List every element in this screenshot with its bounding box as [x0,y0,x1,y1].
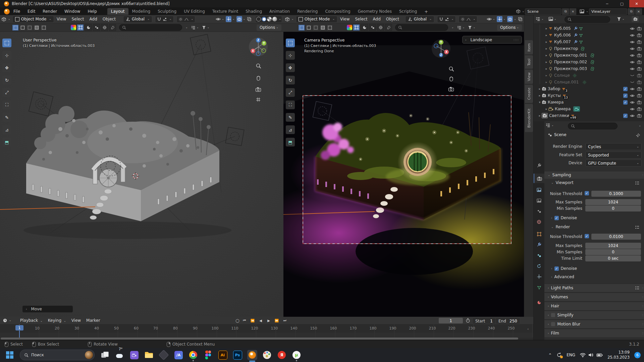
hide-eye-icon[interactable] [630,54,635,57]
menu-marker[interactable]: Marker [84,318,103,323]
collection-checkbox[interactable]: ✓ [623,100,628,105]
render-visibility-icon[interactable] [637,26,642,31]
select-mode-intersect[interactable] [40,24,47,31]
tool-transform[interactable]: ⛶ [286,101,295,109]
menu-select[interactable]: Select [352,17,370,21]
hide-eye-icon[interactable] [630,67,635,71]
menu-view-tl[interactable]: View [69,318,84,323]
tab-animation[interactable]: Animation [266,8,293,15]
hide-eye-icon[interactable] [630,74,635,77]
viewlayer-name-field[interactable]: ViewLayer [589,8,627,15]
tool-add-cube[interactable]: ⬒ [2,138,11,146]
asset-filter-dropdown[interactable]: ⌄ [468,25,475,29]
tool-options-button[interactable]: Options⌄ [257,24,281,31]
scene-name-field[interactable]: Scene [525,8,561,15]
app-photoshop[interactable]: Ps [232,350,243,360]
pin-icon[interactable] [636,133,640,138]
tab-scripting[interactable]: Scripting [395,8,421,15]
viewport-subpanel-header[interactable]: ⌄Viewport [551,180,574,185]
app-milanote[interactable]: /A [173,350,183,360]
proportional-edit-icon[interactable] [461,17,465,21]
simplify-panel[interactable]: ›Simplify:::: [544,311,644,319]
denoise-viewport-row[interactable]: ›✓Denoise [551,216,577,220]
region-collapse-arrow[interactable]: ‹ [527,327,529,331]
start-button[interactable] [5,350,15,360]
max-samples-value[interactable]: 1024 [585,243,641,249]
tool-add-cube[interactable]: ⬒ [286,138,295,146]
shading-dropdown[interactable]: ⌄ [279,18,281,20]
menu-add[interactable]: Add [87,17,100,21]
asset-type-scene-button[interactable] [93,24,100,31]
outliner-row-projector[interactable]: ▸Прожектор [534,45,644,52]
tool-options-button[interactable]: Options⌄ [497,24,522,31]
outliner-row-camera-collection[interactable]: ▾Камера✓ [534,99,644,106]
tab-particles-props[interactable] [534,251,544,260]
render-visibility-icon[interactable] [637,73,642,77]
outliner-search-input[interactable] [565,16,610,23]
tool-cursor[interactable]: ⊹ [2,51,11,60]
app-illustrator[interactable]: Ai [218,350,228,360]
noise-threshold-value[interactable]: 0.0100 [591,234,641,240]
denoise-checkbox[interactable]: ✓ [554,216,559,220]
render-visibility-icon[interactable] [637,100,642,104]
menu-add[interactable]: Add [370,17,383,21]
tab-texture-paint[interactable]: Texture Paint [209,8,242,15]
menu-window[interactable]: Window [61,9,84,14]
viewlayer-remove-button[interactable]: ✕ [635,8,642,15]
asset-list-dropdown[interactable]: ⌄ [191,25,199,29]
tab-output-props[interactable] [534,185,544,194]
hide-eye-icon[interactable] [630,40,635,44]
noise-threshold-value[interactable]: 0.1000 [591,191,641,197]
render-engine-select[interactable]: Cycles⌄ [585,143,642,150]
noise-threshold-checkbox[interactable]: ✓ [585,234,589,238]
timeline-ruler[interactable]: 1020304050607080901001101201301401501601… [0,324,533,333]
tab-world-props[interactable] [534,217,544,227]
render-visibility-icon[interactable] [637,114,642,118]
shading-material-button[interactable] [267,17,272,21]
feature-set-select[interactable]: Supported⌄ [585,152,642,159]
gizmo-toggle[interactable]: ⌄ [497,16,506,22]
tab-physics-props[interactable] [534,261,544,271]
viewport-left-canvas[interactable] [0,32,283,317]
menu-file[interactable]: File [10,9,24,14]
pan-button[interactable] [254,74,262,82]
hair-panel[interactable]: ›Hair:::: [544,302,644,310]
shading-wireframe-button[interactable] [256,17,261,21]
editor-type-button[interactable]: ⌄ [285,17,294,22]
preset-icon[interactable] [635,286,640,290]
hide-eye-icon[interactable] [630,107,635,111]
menu-keying[interactable]: Keying ⌄ [45,318,69,323]
frame-end-field[interactable]: End250 [495,318,520,324]
max-samples-value[interactable]: 1024 [585,199,641,205]
overlays-toggle[interactable]: ⌄ [507,16,516,22]
asset-search-input[interactable] [119,24,182,31]
motion-blur-panel[interactable]: ›Motion Blur:::: [544,320,644,328]
render-visibility-icon[interactable] [637,40,642,44]
next-keyframe-button[interactable]: ⏩ [273,319,280,322]
falloff-curve-icon[interactable] [184,17,189,21]
tool-move[interactable]: ✥ [2,63,11,72]
collection-checkbox[interactable]: ✓ [623,94,628,98]
select-mode-set[interactable] [12,24,19,31]
shading-solid-button[interactable] [262,17,266,21]
blender-menu-icon[interactable] [4,9,10,14]
app-gem[interactable] [159,350,169,360]
tray-clock[interactable]: 13:0925.03.2023 [607,350,630,360]
xray-toggle[interactable] [518,17,523,21]
tab-viewlayer-props[interactable] [534,196,544,205]
render-visibility-icon[interactable] [637,80,642,84]
asset-type-brush-button[interactable] [385,24,392,31]
tab-modifier-props[interactable] [534,240,544,249]
asset-type-scene-button[interactable] [369,24,376,31]
add-workspace-button[interactable]: + [421,8,432,15]
proportional-dropdown[interactable]: ⌄ [191,18,194,20]
hide-eye-icon[interactable] [630,87,635,91]
playhead-frame-badge[interactable]: 1 [15,325,23,330]
outliner-row-svetlyaki[interactable]: ▸Светляки+99✓ [534,112,644,119]
sampling-panel-header[interactable]: ⌄Sampling:::: [544,171,644,179]
tool-rotate[interactable]: ↻ [286,76,295,84]
scene-unlink-button[interactable]: ✕ [570,8,576,15]
tray-chevron[interactable]: ⌃ [548,353,552,358]
device-select[interactable]: GPU Compute⌄ [585,160,642,167]
tool-cursor[interactable]: ⊹ [286,51,295,60]
